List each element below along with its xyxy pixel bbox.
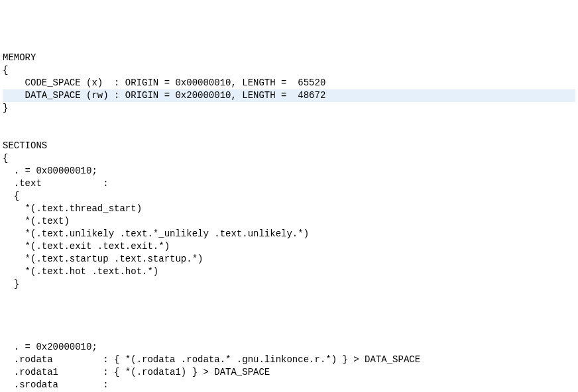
code-line-7: SECTIONS (3, 140, 575, 152)
code-line-19 (3, 291, 575, 303)
code-line-26: .srodata : (3, 379, 575, 391)
code-line-2: CODE_SPACE (x) : ORIGIN = 0x00000010, LE… (3, 77, 575, 89)
code-line-1: { (3, 64, 575, 77)
code-line-17: *(.text.hot .text.hot.*) (3, 266, 575, 278)
linker-script-code-block: MEMORY{ CODE_SPACE (x) : ORIGIN = 0x0000… (3, 52, 575, 392)
code-line-8: { (3, 152, 575, 165)
code-line-12: *(.text.thread_start) (3, 203, 575, 215)
code-line-16: *(.text.startup .text.startup.*) (3, 253, 575, 266)
code-line-9: . = 0x00000010; (3, 165, 575, 177)
code-line-18: } (3, 278, 575, 291)
code-line-25: .rodata1 : { *(.rodata1) } > DATA_SPACE (3, 366, 575, 379)
code-line-22 (3, 328, 575, 341)
code-line-3: DATA_SPACE (rw) : ORIGIN = 0x20000010, L… (3, 89, 575, 102)
code-line-23: . = 0x20000010; (3, 341, 575, 354)
code-line-14: *(.text.unlikely .text.*_unlikely .text.… (3, 228, 575, 240)
code-line-4: } (3, 102, 575, 115)
code-line-11: { (3, 190, 575, 203)
code-line-5 (3, 115, 575, 127)
code-line-0: MEMORY (3, 52, 575, 64)
code-line-6 (3, 127, 575, 140)
code-line-10: .text : (3, 177, 575, 190)
code-line-15: *(.text.exit .text.exit.*) (3, 240, 575, 253)
code-line-24: .rodata : { *(.rodata .rodata.* .gnu.lin… (3, 354, 575, 366)
code-line-21 (3, 316, 575, 328)
code-line-20 (3, 303, 575, 316)
code-line-13: *(.text) (3, 215, 575, 228)
